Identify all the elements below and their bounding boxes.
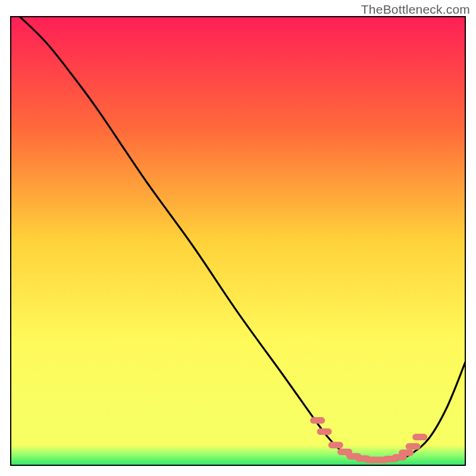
chart-stage: TheBottleneck.com (0, 0, 476, 476)
bottleneck-chart (0, 0, 476, 476)
